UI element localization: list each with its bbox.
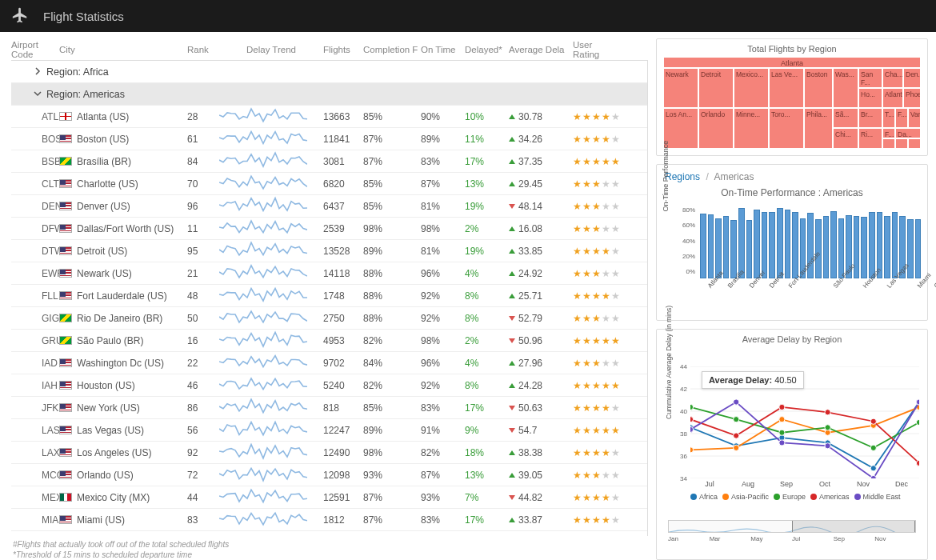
cell-ontime: 96% — [421, 268, 465, 279]
treemap-tile[interactable]: Atlanta — [882, 88, 903, 108]
col-delay-trend[interactable]: Delay Trend — [219, 45, 323, 54]
treemap-header[interactable]: Atlanta — [663, 57, 921, 68]
table-row[interactable]: MCO Orlando (US) 72 12098 93% 87% 13% 39… — [11, 464, 647, 486]
linechart-panel: Average Delay by Region Cummulative Aver… — [656, 329, 928, 560]
bar[interactable] — [762, 212, 768, 278]
treemap-tile[interactable]: Mexico... — [734, 68, 769, 108]
treemap-tile[interactable]: Boston — [804, 68, 833, 108]
breadcrumb-parent[interactable]: Regions — [665, 171, 700, 182]
table-row[interactable]: LAX Los Angeles (US) 92 12490 98% 82% 18… — [11, 442, 647, 464]
treemap-tile[interactable]: F... — [895, 108, 908, 128]
bar[interactable] — [861, 217, 867, 278]
bar[interactable] — [777, 208, 783, 278]
bar[interactable] — [884, 216, 890, 278]
treemap-tile[interactable]: Cha... — [882, 68, 903, 88]
col-avg-delay[interactable]: Average Dela — [509, 45, 573, 54]
svg-point-14 — [779, 417, 785, 422]
col-completion[interactable]: Completion F — [363, 45, 421, 54]
table-row[interactable]: DFW Dallas/Fort Worth (US) 11 2539 98% 9… — [11, 218, 647, 240]
table-row[interactable]: BSB Brasília (BR) 84 3081 87% 83% 17% 37… — [11, 150, 647, 173]
bar[interactable] — [730, 220, 737, 278]
grid-body[interactable]: Region: AfricaRegion: Americas ATL Atlan… — [11, 61, 648, 536]
bar[interactable] — [892, 212, 898, 278]
table-row[interactable]: DEN Denver (US) 96 6437 85% 81% 19% 48.1… — [11, 195, 647, 218]
table-row[interactable]: IAD Washington Dc (US) 22 9702 84% 96% 4… — [11, 352, 647, 374]
table-row[interactable]: CLT Charlotte (US) 70 6820 85% 87% 13% 2… — [11, 173, 647, 195]
treemap-tile[interactable]: San F... — [858, 68, 882, 88]
col-rating[interactable]: User Rating — [573, 40, 621, 59]
bar[interactable] — [746, 220, 753, 278]
treemap-tile[interactable]: Detroit — [698, 68, 734, 108]
table-row[interactable]: BOS Boston (US) 61 11841 87% 89% 11% 34.… — [11, 128, 647, 150]
table-row[interactable]: GIG Rio De Janeiro (BR) 50 2750 88% 92% … — [11, 307, 647, 330]
treemap-tile[interactable]: Vanc... — [908, 108, 921, 128]
treemap-tile[interactable] — [895, 138, 908, 149]
bar[interactable] — [915, 219, 922, 278]
table-row[interactable]: JFK New York (US) 86 818 85% 83% 17% 50.… — [11, 397, 647, 419]
treemap-tile[interactable]: Ho... — [858, 88, 882, 108]
treemap-tile[interactable]: Phoenix — [903, 88, 921, 108]
treemap-tile[interactable] — [908, 138, 921, 149]
treemap-tile[interactable]: Toro... — [769, 108, 804, 149]
treemap-tile[interactable]: Newark — [663, 68, 698, 108]
legend-item[interactable]: Africa — [690, 493, 718, 501]
col-airport-code[interactable]: Airport Code — [11, 40, 59, 59]
legend-item[interactable]: Americas — [810, 493, 850, 501]
legend-item[interactable]: Europe — [774, 493, 806, 501]
slider-track[interactable] — [668, 520, 916, 533]
col-ontime[interactable]: On Time — [421, 45, 465, 54]
treemap-tile[interactable]: F... — [882, 128, 895, 138]
cell-rank: 95 — [187, 246, 219, 257]
treemap-tile[interactable]: Orlando — [698, 108, 734, 149]
svg-point-31 — [734, 399, 739, 405]
treemap[interactable]: AtlantaNewarkDetroitMexico...Las Ve...Bo… — [663, 57, 921, 149]
bar[interactable] — [700, 214, 706, 278]
bar[interactable] — [754, 210, 760, 278]
col-delayed[interactable]: Delayed* — [465, 45, 509, 54]
treemap-tile[interactable]: Ri... — [858, 128, 882, 149]
col-rank[interactable]: Rank — [187, 45, 219, 54]
bar[interactable] — [708, 214, 714, 278]
range-slider[interactable]: JanMarMayJulSepNov — [663, 518, 921, 541]
treemap-tile[interactable]: Was... — [833, 68, 858, 108]
linechart-title: Average Delay by Region — [663, 334, 921, 344]
bar[interactable] — [723, 216, 730, 278]
treemap-tile[interactable]: Br... — [858, 108, 882, 128]
group-row-americas[interactable]: Region: Americas — [11, 83, 647, 106]
cell-rank: 84 — [187, 156, 219, 167]
cell-flights: 9702 — [323, 358, 363, 369]
bar[interactable] — [769, 212, 775, 278]
treemap-tile[interactable]: Chi... — [833, 128, 858, 149]
cell-delayed: 8% — [465, 313, 509, 324]
line-chart[interactable]: Cummulative Average Delay (in mins) 34 3… — [663, 347, 921, 515]
legend-item[interactable]: Middle East — [854, 493, 901, 501]
group-row-africa[interactable]: Region: Africa — [11, 61, 647, 83]
treemap-tile[interactable]: Den... — [903, 68, 921, 88]
table-row[interactable]: MEX Mexico City (MX) 44 12591 87% 93% 7%… — [11, 486, 647, 509]
table-row[interactable]: GRU São Paulo (BR) 16 4953 82% 98% 2% 50… — [11, 330, 647, 352]
treemap-tile[interactable]: Minne... — [734, 108, 769, 149]
table-row[interactable]: EWR Newark (US) 21 14118 88% 96% 4% 24.9… — [11, 262, 647, 285]
treemap-tile[interactable]: Sã... — [833, 108, 858, 128]
bar-chart[interactable]: On-Time Performance 0% 20% 40% 60% 80% A… — [663, 202, 921, 314]
treemap-tile[interactable]: Las Ve... — [769, 68, 804, 108]
bar-yaxis: On-Time Performance 0% 20% 40% 60% 80% — [663, 202, 698, 278]
bar[interactable] — [792, 212, 798, 278]
plane-icon — [11, 6, 29, 26]
table-row[interactable]: ATL Atlanta (US) 28 13663 85% 90% 10% 30… — [11, 106, 647, 128]
cell-code: IAH — [11, 380, 59, 391]
col-city[interactable]: City — [59, 45, 187, 54]
legend-item[interactable]: Asia-Pacific — [722, 493, 769, 501]
table-row[interactable]: LAS Las Vegas (US) 56 12247 89% 91% 9% 5… — [11, 419, 647, 442]
col-flights[interactable]: Flights — [323, 45, 363, 54]
slider-selection[interactable] — [792, 521, 915, 532]
table-row[interactable]: IAH Houston (US) 46 5240 82% 92% 8% 24.2… — [11, 374, 647, 397]
table-row[interactable]: FLL Fort Lauderdale (US) 48 1748 88% 92%… — [11, 285, 647, 307]
bar[interactable] — [785, 210, 791, 278]
treemap-tile[interactable]: Da... — [895, 128, 921, 138]
treemap-tile[interactable]: Phila... — [804, 108, 833, 149]
treemap-tile[interactable]: T... — [882, 108, 895, 128]
table-row[interactable]: MIA Miami (US) 83 1812 87% 83% 17% 33.87… — [11, 509, 647, 531]
table-row[interactable]: DTW Detroit (US) 95 13528 89% 81% 19% 33… — [11, 240, 647, 262]
treemap-tile[interactable] — [882, 138, 895, 149]
